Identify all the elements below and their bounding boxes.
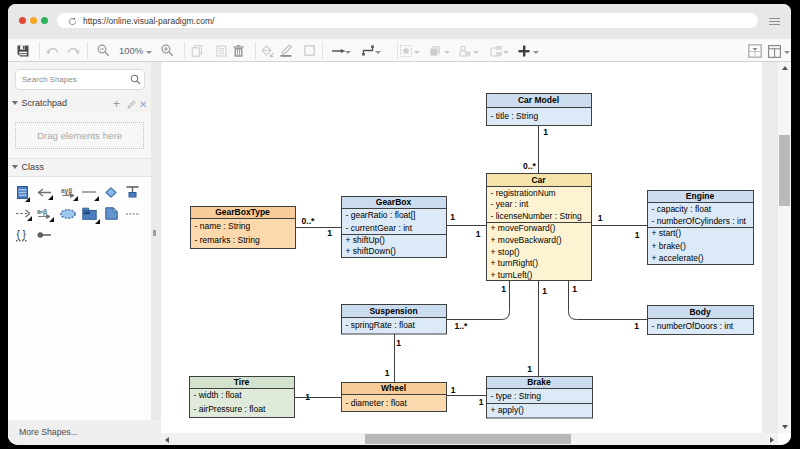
- svg-text:a•β: a•β: [37, 208, 47, 216]
- svg-text:{ }: { }: [17, 229, 27, 240]
